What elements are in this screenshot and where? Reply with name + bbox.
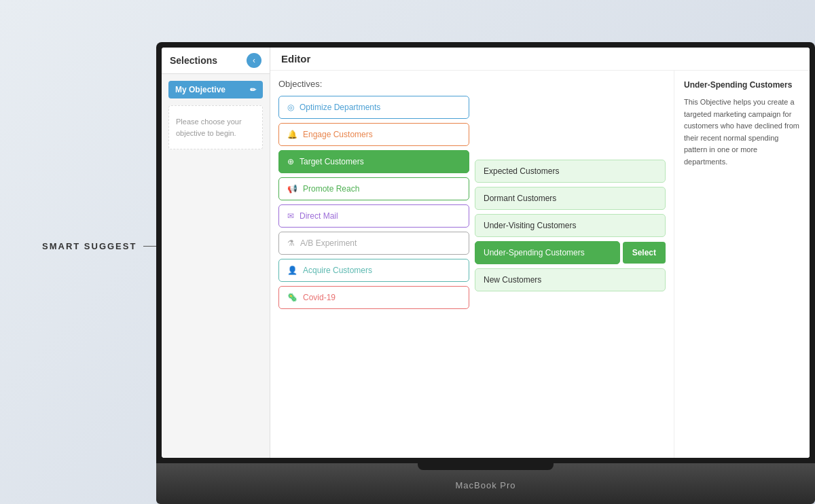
placeholder-text: Please choose your objective to begin. bbox=[176, 118, 242, 137]
sub-option-dormant-customers[interactable]: Dormant Customers bbox=[475, 187, 666, 210]
promote-icon: 📢 bbox=[287, 184, 297, 194]
objective-optimize-departments[interactable]: ◎ Optimize Departments bbox=[278, 96, 469, 119]
objective-acquire-customers[interactable]: 👤 Acquire Customers bbox=[278, 259, 469, 282]
objectives-label: Objectives: bbox=[278, 79, 666, 89]
sub-option-under-spending-customers[interactable]: Under-Spending Customers bbox=[475, 241, 620, 264]
covid-icon: 🦠 bbox=[287, 293, 297, 302]
editor-panel: Editor Objectives: ◎ Optimize Department… bbox=[270, 48, 810, 458]
objectives-right-column: Expected Customers Dormant Customers Und… bbox=[475, 96, 666, 309]
macbook-notch bbox=[418, 463, 554, 470]
objectives-left-column: ◎ Optimize Departments 🔔 Engage Customer… bbox=[278, 96, 469, 309]
description-title: Under-Spending Customers bbox=[684, 80, 800, 90]
objective-promote-reach[interactable]: 📢 Promote Reach bbox=[278, 177, 469, 200]
sub-option-under-visiting-customers[interactable]: Under-Visiting Customers bbox=[475, 214, 666, 237]
mail-icon: ✉ bbox=[287, 211, 294, 221]
select-button[interactable]: Select bbox=[623, 242, 666, 264]
objective-covid[interactable]: 🦠 Covid-19 bbox=[278, 286, 469, 309]
ab-icon: ⚗ bbox=[287, 238, 295, 248]
objectives-grid: ◎ Optimize Departments 🔔 Engage Customer… bbox=[278, 96, 666, 309]
objectives-section: Objectives: ◎ Optimize Departments 🔔 bbox=[270, 71, 674, 458]
smart-suggest-label: SMART SUGGEST bbox=[42, 241, 137, 251]
selections-collapse-button[interactable]: ‹ bbox=[247, 53, 261, 68]
my-objective-button[interactable]: My Objective ✏ bbox=[168, 81, 263, 98]
my-objective-label: My Objective bbox=[175, 85, 225, 94]
edit-icon: ✏ bbox=[250, 86, 256, 94]
editor-content: Objectives: ◎ Optimize Departments 🔔 bbox=[270, 71, 810, 458]
selections-panel: Selections ‹ My Objective ✏ Please choos… bbox=[162, 48, 270, 458]
under-spending-row: Under-Spending Customers Select bbox=[475, 241, 666, 264]
objective-ab-experiment[interactable]: ⚗ A/B Experiment bbox=[278, 232, 469, 255]
selections-title: Selections bbox=[170, 55, 217, 66]
objective-engage-customers[interactable]: 🔔 Engage Customers bbox=[278, 123, 469, 146]
macbook-base: MacBook Pro bbox=[156, 463, 815, 504]
target-icon: ⊕ bbox=[287, 157, 294, 166]
editor-header: Editor bbox=[270, 48, 810, 71]
macbook-frame: Selections ‹ My Objective ✏ Please choos… bbox=[156, 42, 815, 504]
description-panel: Under-Spending Customers This Objective … bbox=[674, 71, 810, 458]
sub-option-new-customers[interactable]: New Customers bbox=[475, 268, 666, 291]
macbook-label: MacBook Pro bbox=[455, 480, 515, 490]
description-text: This Objective helps you create a target… bbox=[684, 96, 800, 168]
selections-header: Selections ‹ bbox=[162, 48, 270, 74]
screen-content: Selections ‹ My Objective ✏ Please choos… bbox=[162, 48, 810, 458]
editor-title: Editor bbox=[281, 53, 310, 65]
objective-target-customers[interactable]: ⊕ Target Customers bbox=[278, 150, 469, 173]
optimize-icon: ◎ bbox=[287, 103, 294, 112]
objective-direct-mail[interactable]: ✉ Direct Mail bbox=[278, 204, 469, 228]
selections-body: My Objective ✏ Please choose your object… bbox=[162, 74, 270, 458]
macbook-screen: Selections ‹ My Objective ✏ Please choos… bbox=[156, 42, 815, 463]
bell-icon: 🔔 bbox=[287, 130, 297, 139]
chevron-left-icon: ‹ bbox=[253, 56, 255, 65]
sub-option-expected-customers[interactable]: Expected Customers bbox=[475, 160, 666, 183]
acquire-icon: 👤 bbox=[287, 266, 297, 275]
selections-placeholder: Please choose your objective to begin. bbox=[168, 105, 263, 149]
